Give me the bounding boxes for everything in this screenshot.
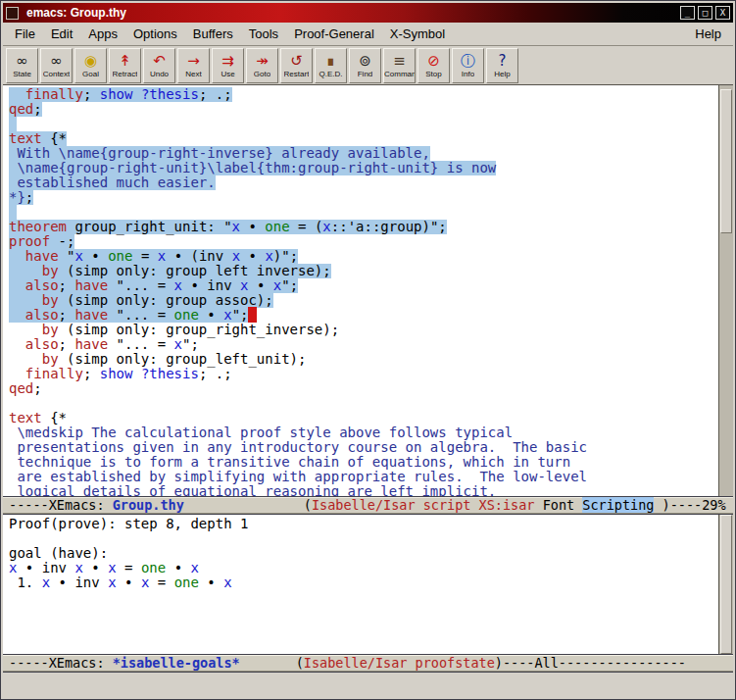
- text-segment: (: [304, 497, 312, 513]
- menu-item-proof-general[interactable]: Proof-General: [286, 24, 382, 44]
- text-segment: [470, 497, 478, 513]
- text-segment: qed: [9, 101, 33, 117]
- code-line: theorem group_right_unit: "x • one = (x:…: [9, 220, 718, 234]
- text-segment: x: [232, 248, 240, 264]
- text-segment: x: [74, 248, 82, 264]
- code-line: also; have "... = x • inv x • x";: [9, 278, 718, 293]
- text-segment: -----: [9, 655, 49, 671]
- close-button[interactable]: X: [715, 6, 730, 20]
- line-content: Proof(prove): step 8, depth 1: [9, 517, 248, 531]
- line-content: presentations given in any introductory …: [9, 440, 587, 455]
- toolbar-button-use[interactable]: ⇉Use: [212, 48, 244, 83]
- menu-bar: FileEditAppsOptionsBuffersToolsProof-Gen…: [3, 23, 733, 46]
- text-segment: *isabelle-goals*: [113, 655, 240, 671]
- text-segment: group_right_unit: ": [67, 219, 232, 234]
- minimize-button[interactable]: _: [680, 6, 695, 20]
- text-segment: \name{group-right-unit}\label{thm:group-…: [9, 160, 496, 175]
- text-segment: [132, 366, 140, 381]
- text-segment: x: [108, 575, 116, 590]
- toolbar-button-goal[interactable]: ◉Goal: [74, 48, 107, 83]
- restart-icon: ↺: [290, 52, 303, 70]
- text-segment: one: [174, 307, 199, 323]
- toolbar-button-goto[interactable]: ↠Goto: [246, 48, 278, 83]
- text-segment: one: [174, 575, 199, 590]
- line-content: also; have "... = x • inv x • x";: [9, 278, 298, 293]
- menu-item-apps[interactable]: Apps: [80, 24, 125, 44]
- line-content: also; have "... = one • x";: [9, 308, 257, 323]
- script-buffer-text: finally; show ?thesis; .;qed; text {* Wi…: [3, 85, 718, 496]
- text-segment: ;: [83, 86, 100, 102]
- text-segment: also: [25, 336, 59, 352]
- editor-scrollbar-thumb[interactable]: [720, 89, 732, 233]
- menu-item-tools[interactable]: Tools: [241, 24, 286, 44]
- toolbar-button-state[interactable]: ∞State: [6, 48, 38, 83]
- toolbar-button-find[interactable]: ⊚Find: [349, 48, 381, 83]
- toolbar-button-label: State: [13, 70, 31, 78]
- text-segment: presentations given in any introductory …: [9, 439, 587, 455]
- editor-scrollbar[interactable]: [718, 85, 733, 496]
- toolbar-button-q-e-d[interactable]: ∎Q.E.D.: [315, 48, 347, 83]
- modeline-indicator: Scripting: [582, 497, 654, 513]
- text-segment: [9, 204, 17, 220]
- command-icon: ≡: [393, 52, 406, 70]
- toolbar-button-retract[interactable]: ↟Retract: [109, 48, 141, 83]
- text-segment: [9, 307, 25, 323]
- text-segment: [184, 497, 304, 513]
- goals-scrollbar-thumb[interactable]: [720, 515, 732, 654]
- toolbar: ∞State∞Context◉Goal↟Retract↶Undo→Next⇉Us…: [3, 46, 733, 85]
- toolbar-button-undo[interactable]: ↶Undo: [143, 48, 175, 83]
- title-bar[interactable]: emacs: Group.thy _ □ X: [3, 3, 733, 23]
- code-line: by (simp only: group_left_unit);: [9, 352, 718, 367]
- text-segment: Group.thy: [113, 497, 184, 513]
- text-segment: 1.: [9, 575, 42, 590]
- text-segment: x: [108, 560, 116, 575]
- menu-item-buffers[interactable]: Buffers: [185, 24, 241, 44]
- text-segment: \medskip The calculational proof style a…: [9, 425, 513, 440]
- text-segment: finally: [25, 86, 83, 102]
- toolbar-button-restart[interactable]: ↺Restart: [280, 48, 313, 83]
- code-line: also; have "... = x";: [9, 337, 718, 352]
- maximize-button[interactable]: □: [698, 6, 712, 20]
- text-segment: x: [265, 248, 272, 264]
- text-segment: established much easier.: [9, 175, 216, 190]
- code-line: by (simp only: group_right_inverse);: [9, 323, 718, 337]
- text-segment: ;: [33, 380, 41, 396]
- window-controls: _ □ X: [680, 6, 730, 20]
- goals-scrollbar[interactable]: [718, 515, 733, 654]
- line-content: also; have "... = x";: [9, 337, 199, 352]
- text-segment: (simp only: group_right_inverse);: [59, 322, 340, 337]
- text-segment: -;: [50, 233, 74, 249]
- text-segment: technique is to form a transitive chain …: [9, 454, 570, 470]
- next-icon: →: [187, 52, 200, 70]
- text-segment: {*: [42, 130, 67, 146]
- text-segment: have: [74, 307, 108, 323]
- text-segment: ": [59, 248, 75, 264]
- menu-item-file[interactable]: File: [7, 24, 43, 44]
- toolbar-button-context[interactable]: ∞Context: [40, 48, 73, 83]
- text-segment: With \name{group-right-inverse} already …: [9, 145, 430, 161]
- window-menu-icon[interactable]: [6, 7, 19, 20]
- menu-item-help[interactable]: Help: [687, 24, 729, 44]
- script-buffer[interactable]: finally; show ?thesis; .;qed; text {* Wi…: [3, 85, 733, 496]
- minibuffer[interactable]: [3, 673, 733, 697]
- text-segment: • inv: [17, 560, 74, 575]
- text-segment: )";: [273, 248, 298, 264]
- menu-item-edit[interactable]: Edit: [43, 24, 80, 44]
- toolbar-button-stop[interactable]: ⊘Stop: [417, 48, 450, 83]
- text-segment: have: [74, 336, 108, 352]
- toolbar-button-info[interactable]: ⓘInfo: [452, 48, 484, 83]
- toolbar-button-next[interactable]: →Next: [177, 48, 210, 83]
- text-segment: ";: [281, 277, 298, 293]
- text-segment: "... =: [108, 277, 173, 293]
- code-line: \name{group-right-unit}\label{thm:group-…: [9, 161, 718, 175]
- text-segment: show: [100, 366, 133, 381]
- goals-buffer[interactable]: Proof(prove): step 8, depth 1goal (have)…: [3, 515, 733, 654]
- menu-item-x-symbol[interactable]: X-Symbol: [382, 24, 453, 44]
- text-segment: ";: [182, 336, 199, 352]
- menu-item-options[interactable]: Options: [125, 24, 185, 44]
- toolbar-button-help[interactable]: ?Help: [486, 48, 518, 83]
- text-segment: •: [199, 575, 223, 590]
- line-content: \medskip The calculational proof style a…: [9, 425, 513, 440]
- line-content: have "x • one = x • (inv x • x)";: [9, 249, 298, 264]
- toolbar-button-command[interactable]: ≡Command: [383, 48, 416, 83]
